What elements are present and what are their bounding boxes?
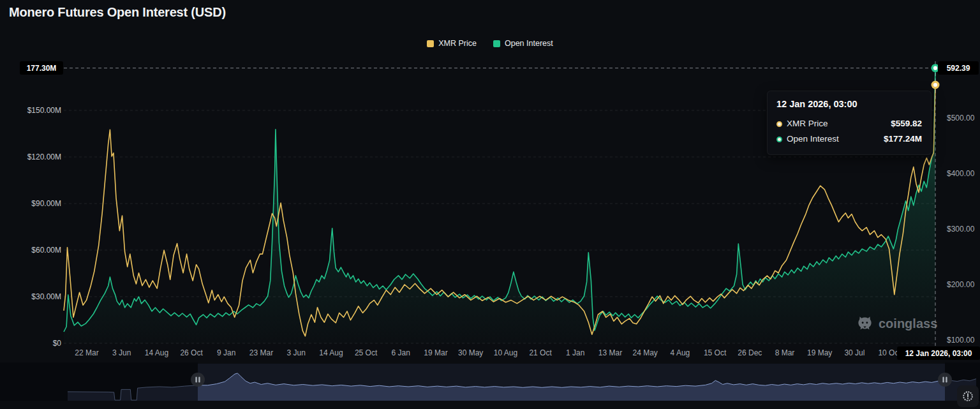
- navigator-right-handle[interactable]: [938, 373, 952, 387]
- chart-tooltip: 12 Jan 2026, 03:00 XMR Price $559.82 Ope…: [767, 91, 932, 155]
- tooltip-label-open-interest: Open Interest: [787, 131, 839, 147]
- xmr-price-dot-icon: [776, 121, 782, 127]
- tooltip-value-open-interest: $177.24M: [884, 131, 922, 147]
- left-axis-tick: $120.00M: [0, 152, 61, 162]
- coinglass-logo-icon: [856, 315, 873, 332]
- left-axis-tick: $150.00M: [0, 105, 61, 115]
- watermark-text: coinglass: [879, 316, 937, 331]
- chart-page: Monero Futures Open Interest (USD) XMR P…: [0, 0, 980, 409]
- right-axis-tick: $500.00: [947, 113, 974, 123]
- right-axis-tick: $400.00: [947, 168, 974, 179]
- right-axis-tick: $300.00: [947, 224, 974, 234]
- tooltip-label-xmr-price: XMR Price: [787, 116, 828, 131]
- settings-button[interactable]: [957, 385, 979, 407]
- left-axis-tick: $90.00M: [0, 198, 61, 209]
- crosshair-left-value-pill: 177.30M: [20, 61, 63, 75]
- left-axis-tick: $60.00M: [0, 245, 61, 255]
- navigator-dimmed-left: [0, 362, 198, 401]
- alert-badge-icon: [961, 390, 974, 403]
- tooltip-value-xmr-price: $559.82: [891, 116, 922, 131]
- xmr-price-marker-center: [933, 83, 937, 87]
- crosshair-right-value-pill: 592.39: [938, 61, 979, 75]
- open-interest-dot-icon: [776, 137, 782, 142]
- chart-canvas[interactable]: [0, 0, 980, 409]
- navigator-left-handle[interactable]: [191, 373, 205, 387]
- right-axis-tick: $100.00: [947, 335, 974, 345]
- coinglass-watermark: coinglass: [856, 315, 937, 332]
- open-interest-marker-center: [933, 66, 937, 70]
- left-axis-tick: $0: [0, 338, 61, 348]
- left-axis-tick: $30.00M: [0, 292, 61, 302]
- crosshair-date-pill: 12 Jan 2026, 03:00: [897, 346, 980, 360]
- tooltip-date: 12 Jan 2026, 03:00: [776, 99, 922, 109]
- tooltip-row-open-interest: Open Interest $177.24M: [776, 131, 922, 147]
- tooltip-row-xmr-price: XMR Price $559.82: [776, 116, 922, 131]
- right-axis-tick: $200.00: [947, 279, 974, 290]
